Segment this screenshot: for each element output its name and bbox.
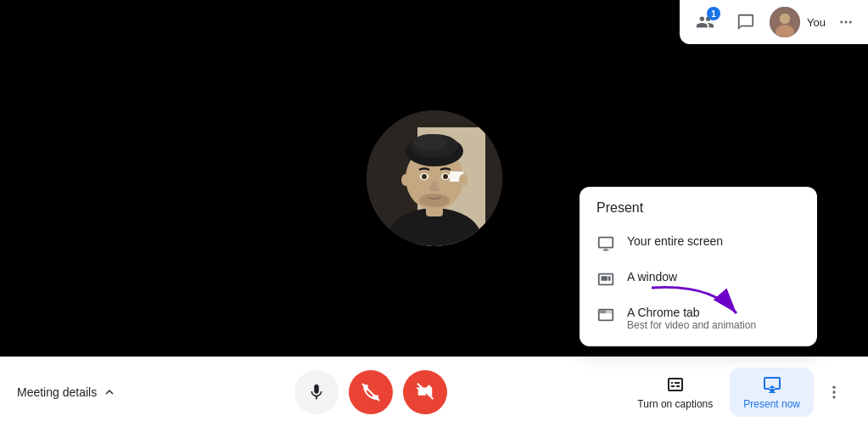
camera-button[interactable] bbox=[403, 370, 447, 414]
more-options-bottom-button[interactable] bbox=[817, 375, 851, 409]
arrow-indicator bbox=[643, 279, 745, 334]
meeting-details-label: Meeting details bbox=[17, 385, 97, 399]
svg-point-3 bbox=[780, 14, 790, 24]
svg-point-32 bbox=[832, 396, 835, 398]
svg-point-21 bbox=[401, 174, 410, 186]
svg-point-14 bbox=[413, 134, 447, 151]
more-options-button[interactable] bbox=[832, 8, 860, 36]
microphone-button[interactable] bbox=[294, 370, 339, 414]
participant-avatar bbox=[367, 110, 502, 246]
avatar bbox=[770, 7, 800, 37]
present-entire-screen[interactable]: Your entire screen bbox=[580, 226, 817, 261]
present-now-button[interactable]: Present now bbox=[730, 368, 814, 417]
svg-rect-27 bbox=[600, 311, 606, 314]
present-screen-text: Your entire screen bbox=[627, 234, 723, 248]
svg-point-22 bbox=[459, 174, 468, 186]
captions-label: Turn on captions bbox=[637, 398, 713, 410]
svg-point-31 bbox=[832, 390, 835, 393]
present-now-label: Present now bbox=[743, 398, 800, 410]
popup-title: Present bbox=[580, 200, 817, 226]
svg-point-5 bbox=[845, 21, 848, 24]
top-bar: 1 You bbox=[680, 0, 868, 44]
svg-point-18 bbox=[443, 174, 448, 179]
svg-rect-25 bbox=[608, 276, 611, 281]
controls-center bbox=[117, 370, 624, 414]
end-call-button[interactable] bbox=[349, 370, 393, 414]
svg-point-19 bbox=[419, 194, 450, 207]
captions-button[interactable]: Turn on captions bbox=[624, 368, 726, 417]
you-label: You bbox=[807, 16, 826, 29]
svg-rect-24 bbox=[602, 276, 608, 281]
svg-point-6 bbox=[849, 21, 852, 24]
participants-badge: 1 bbox=[707, 7, 720, 20]
meeting-details-button[interactable]: Meeting details bbox=[17, 385, 117, 400]
bottom-bar: Meeting details Turn on cap bbox=[0, 357, 868, 427]
svg-point-16 bbox=[422, 174, 427, 179]
chat-button[interactable] bbox=[729, 5, 763, 39]
svg-point-4 bbox=[840, 21, 843, 24]
svg-point-30 bbox=[832, 385, 835, 388]
participants-button[interactable]: 1 bbox=[688, 5, 722, 39]
controls-right: Turn on captions Present now bbox=[624, 368, 851, 417]
